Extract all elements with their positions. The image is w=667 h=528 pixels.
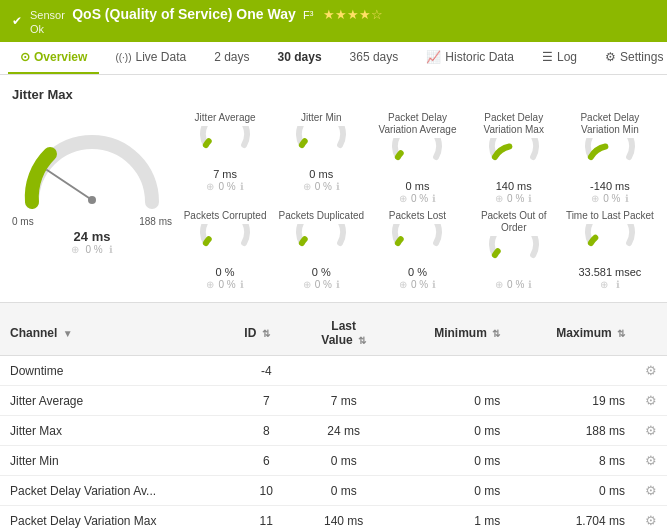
small-gauge-label-9: Time to Last Packet: [566, 210, 654, 222]
svg-point-1: [88, 196, 96, 204]
small-gauge-value-5: 0 %: [216, 266, 235, 278]
small-gauge-svg-wrap-4: [582, 138, 638, 178]
small-gauge-percent-6: 0 %: [315, 279, 332, 290]
nav-tabs: ⊙ Overview ((·)) Live Data 2 days 30 day…: [0, 42, 667, 75]
cell-id-4: 10: [234, 476, 298, 506]
tab-2days[interactable]: 2 days: [202, 42, 261, 74]
sensor-label: Sensor: [30, 9, 65, 21]
small-gauge-svg-wrap-7: [389, 224, 445, 264]
cell-id-1: 7: [234, 386, 298, 416]
col-lastvalue[interactable]: LastValue ⇅: [298, 311, 389, 356]
small-gauge-percent-3: 0 %: [507, 193, 524, 204]
small-gauge-copy-icon-7: ⊕: [399, 279, 407, 290]
small-gauge-label-5: Packets Corrupted: [184, 210, 267, 222]
cell-lastvalue-3: 0 ms: [298, 446, 389, 476]
cell-id-2: 8: [234, 416, 298, 446]
table-row: Jitter Min 6 0 ms 0 ms 8 ms ⚙: [0, 446, 667, 476]
table-row: Jitter Average 7 7 ms 0 ms 19 ms ⚙: [0, 386, 667, 416]
small-gauge-1: Jitter Min 0 ms ⊕ 0 % ℹ: [276, 112, 366, 204]
header-bar: ✔ Sensor QoS (Quality of Service) One Wa…: [0, 0, 667, 42]
small-gauge-svg-wrap-6: [293, 224, 349, 264]
col-minimum[interactable]: Minimum ⇅: [389, 311, 510, 356]
gear-icon[interactable]: ⚙: [645, 363, 657, 378]
small-gauge-copy-icon-2: ⊕: [399, 193, 407, 204]
cell-actions-4: ⚙: [635, 476, 667, 506]
cell-minimum-3: 0 ms: [389, 446, 510, 476]
cell-channel-3: Jitter Min: [0, 446, 234, 476]
tab-30days[interactable]: 30 days: [266, 42, 334, 74]
tab-365days[interactable]: 365 days: [338, 42, 411, 74]
small-gauge-percent-2: 0 %: [411, 193, 428, 204]
overview-panel: Jitter Max 0 ms 188 ms 24 ms ⊕ 0 % ℹ: [0, 75, 667, 303]
cell-lastvalue-4: 0 ms: [298, 476, 389, 506]
cell-minimum-5: 1 ms: [389, 506, 510, 529]
cell-minimum-1: 0 ms: [389, 386, 510, 416]
small-gauge-footer-3: ⊕ 0 % ℹ: [495, 193, 532, 204]
tab-settings[interactable]: ⚙ Settings: [593, 42, 667, 74]
cell-maximum-3: 8 ms: [510, 446, 635, 476]
live-icon: ((·)): [115, 52, 131, 63]
gauge-max: 188 ms: [139, 216, 172, 227]
small-gauge-info-icon-6: ℹ: [336, 279, 340, 290]
small-gauge-percent-5: 0 %: [218, 279, 235, 290]
small-gauge-info-icon-5: ℹ: [240, 279, 244, 290]
col-actions: [635, 311, 667, 356]
small-gauge-value-0: 7 ms: [213, 168, 237, 180]
small-gauge-info-icon-1: ℹ: [336, 181, 340, 192]
small-gauge-value-3: 140 ms: [496, 180, 532, 192]
gear-icon[interactable]: ⚙: [645, 483, 657, 498]
small-gauge-value-6: 0 %: [312, 266, 331, 278]
small-gauge-percent-0: 0 %: [218, 181, 235, 192]
tab-overview[interactable]: ⊙ Overview: [8, 42, 99, 74]
small-gauge-svg-wrap-3: [486, 138, 542, 178]
tab-live-data[interactable]: ((·)) Live Data: [103, 42, 198, 74]
small-gauge-footer-7: ⊕ 0 % ℹ: [399, 279, 436, 290]
gear-icon[interactable]: ⚙: [645, 453, 657, 468]
small-gauge-footer-4: ⊕ 0 % ℹ: [591, 193, 628, 204]
gear-icon[interactable]: ⚙: [645, 393, 657, 408]
small-gauge-percent-8: 0 %: [507, 279, 524, 290]
small-gauge-footer-9: ⊕ ℹ: [600, 279, 620, 290]
col-maximum[interactable]: Maximum ⇅: [510, 311, 635, 356]
small-gauge-info-icon-0: ℹ: [240, 181, 244, 192]
data-table: Channel ▼ ID ⇅ LastValue ⇅ Minimum ⇅ Max…: [0, 311, 667, 528]
small-gauge-value-1: 0 ms: [309, 168, 333, 180]
small-gauge-label-6: Packets Duplicated: [278, 210, 364, 222]
cell-lastvalue-1: 7 ms: [298, 386, 389, 416]
tab-historic[interactable]: 📈 Historic Data: [414, 42, 526, 74]
cell-lastvalue-5: 140 ms: [298, 506, 389, 529]
small-gauge-footer-0: ⊕ 0 % ℹ: [206, 181, 243, 192]
main-gauge-footer: ⊕ 0 % ℹ: [71, 244, 112, 255]
small-gauge-copy-icon-6: ⊕: [303, 279, 311, 290]
main-gauge-svg: [12, 112, 172, 212]
small-gauge-svg-wrap-5: [197, 224, 253, 264]
small-gauge-copy-icon-8: ⊕: [495, 279, 503, 290]
col-id[interactable]: ID ⇅: [234, 311, 298, 356]
small-gauge-copy-icon-0: ⊕: [206, 181, 214, 192]
small-gauge-copy-icon-9: ⊕: [600, 279, 608, 290]
gauge-min: 0 ms: [12, 216, 34, 227]
gear-icon[interactable]: ⚙: [645, 423, 657, 438]
small-gauge-svg-wrap-2: [389, 138, 445, 178]
small-gauge-label-7: Packets Lost: [389, 210, 446, 222]
small-gauge-value-9: 33.581 msec: [578, 266, 641, 278]
small-gauge-label-4: Packet Delay Variation Min: [565, 112, 655, 136]
small-gauge-footer-6: ⊕ 0 % ℹ: [303, 279, 340, 290]
cell-lastvalue-0: [298, 356, 389, 386]
gear-icon[interactable]: ⚙: [645, 513, 657, 528]
main-gauge-area: 0 ms 188 ms 24 ms ⊕ 0 % ℹ: [12, 112, 172, 290]
small-gauge-copy-icon-5: ⊕: [206, 279, 214, 290]
small-gauge-4: Packet Delay Variation Min -140 ms ⊕ 0 %…: [565, 112, 655, 204]
small-gauge-copy-icon-4: ⊕: [591, 193, 599, 204]
cell-actions-5: ⚙: [635, 506, 667, 529]
tab-log[interactable]: ☰ Log: [530, 42, 589, 74]
table-section: Channel ▼ ID ⇅ LastValue ⇅ Minimum ⇅ Max…: [0, 311, 667, 528]
cell-maximum-1: 19 ms: [510, 386, 635, 416]
small-gauge-info-icon-8: ℹ: [528, 279, 532, 290]
small-gauge-label-2: Packet Delay Variation Average: [372, 112, 462, 136]
panel-title: Jitter Max: [12, 87, 655, 102]
cell-channel-2: Jitter Max: [0, 416, 234, 446]
col-channel[interactable]: Channel ▼: [0, 311, 234, 356]
small-gauge-5: Packets Corrupted 0 % ⊕ 0 % ℹ: [180, 210, 270, 290]
small-gauge-info-icon-9: ℹ: [616, 279, 620, 290]
